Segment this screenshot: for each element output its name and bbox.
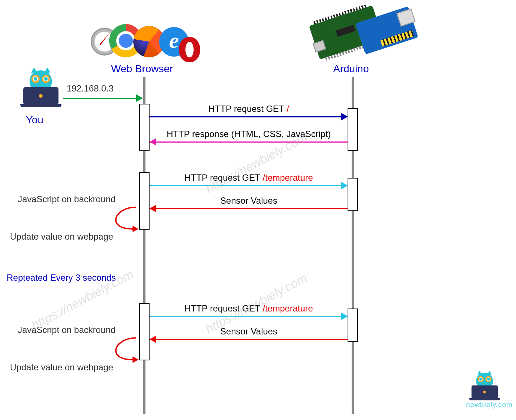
- msg-get-temp-1-path: /temperature: [263, 173, 313, 183]
- repeated-label: Repteated Every 3 seconds: [7, 273, 116, 283]
- ip-arrow: [63, 98, 137, 99]
- self-loop-1: [109, 206, 143, 239]
- you-actor-icon: [19, 70, 63, 105]
- update-label-2: Update value on webpage: [10, 362, 113, 373]
- msg-get-temp-2-path: /temperature: [263, 303, 313, 313]
- logo-text: newbiely.com: [466, 401, 503, 409]
- arrow-get-root: [150, 116, 347, 117]
- arrow-resp-html: [150, 141, 348, 143]
- msg-resp-html: HTTP response (HTML, CSS, JavaScript): [150, 129, 347, 139]
- update-label-1: Update value on webpage: [10, 231, 113, 242]
- arduino-activation-2: [348, 178, 358, 211]
- arrow-get-temp-2: [150, 316, 347, 317]
- svg-marker-0: [133, 226, 138, 232]
- opera-icon: [179, 37, 200, 62]
- msg-get-temp-2: HTTP request GET /temperature: [150, 303, 347, 314]
- msg-get-root-prefix: HTTP request GET: [208, 104, 287, 114]
- msg-get-temp-2-prefix: HTTP request GET: [184, 303, 262, 313]
- msg-sensor-2: Sensor Values: [150, 326, 347, 337]
- msg-sensor-1: Sensor Values: [150, 196, 347, 206]
- msg-get-root: HTTP request GET /: [150, 104, 347, 114]
- ip-address-label: 192.168.0.3: [67, 83, 114, 94]
- msg-get-temp-1: HTTP request GET /temperature: [150, 173, 347, 183]
- ip-arrow-head: [136, 94, 143, 102]
- logo: newbiely.com: [466, 369, 503, 409]
- arrow-sensor-1-head: [150, 205, 156, 212]
- browser-icons: [91, 24, 198, 63]
- arrow-resp-html-head: [150, 138, 156, 146]
- js-bg-label-1: JavaScript on backround: [18, 194, 115, 204]
- arduino-icon: [311, 4, 415, 61]
- msg-get-temp-1-prefix: HTTP request GET: [184, 173, 262, 183]
- browser-label: Web Browser: [111, 63, 173, 75]
- arduino-activation-1: [348, 108, 358, 151]
- arrow-get-root-head: [341, 113, 348, 120]
- arrow-get-temp-1: [150, 185, 347, 186]
- browser-activation-1: [139, 104, 150, 151]
- arrow-sensor-2-head: [150, 336, 156, 343]
- arduino-activation-3: [348, 309, 358, 342]
- self-loop-2: [109, 336, 143, 370]
- svg-marker-1: [133, 356, 138, 363]
- js-bg-label-2: JavaScript on backround: [18, 325, 115, 335]
- arrow-get-temp-1-head: [341, 182, 348, 189]
- msg-get-root-path: /: [287, 104, 289, 114]
- arrow-sensor-1: [150, 208, 348, 209]
- you-label: You: [26, 114, 43, 126]
- arduino-label: Arduino: [333, 63, 369, 75]
- arrow-get-temp-2-head: [341, 313, 348, 320]
- arrow-sensor-2: [150, 339, 348, 340]
